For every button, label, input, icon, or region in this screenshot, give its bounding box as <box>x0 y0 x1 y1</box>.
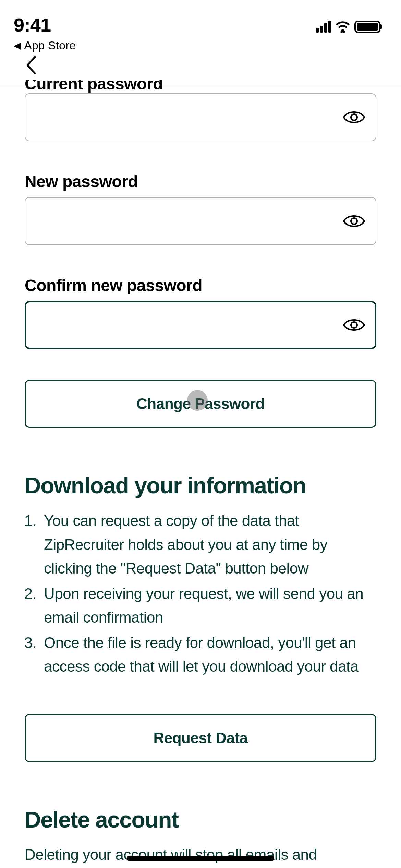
wifi-icon <box>335 21 350 33</box>
chevron-left-icon <box>25 55 38 75</box>
home-indicator[interactable] <box>127 856 274 861</box>
battery-icon <box>354 21 380 33</box>
status-time: 9:41 <box>14 14 76 36</box>
svg-point-2 <box>351 218 357 224</box>
confirm-password-input[interactable] <box>25 301 376 349</box>
svg-point-1 <box>351 114 357 120</box>
download-info-heading: Download your information <box>25 472 376 498</box>
list-item: Once the file is ready for download, you… <box>40 631 376 678</box>
current-password-label: Current password <box>25 80 376 93</box>
eye-icon <box>342 213 366 230</box>
touch-indicator <box>187 390 208 411</box>
confirm-password-label: Confirm new password <box>25 276 376 295</box>
download-info-list: You can request a copy of the data that … <box>25 509 376 678</box>
eye-icon <box>342 109 366 126</box>
cellular-signal-icon <box>316 21 331 33</box>
eye-icon <box>342 316 366 334</box>
list-item: You can request a copy of the data that … <box>40 509 376 580</box>
current-password-input[interactable] <box>25 93 376 141</box>
return-app-label: App Store <box>24 39 76 52</box>
delete-account-heading: Delete account <box>25 807 376 833</box>
toggle-visibility-current[interactable] <box>342 109 366 126</box>
svg-point-3 <box>351 322 357 328</box>
status-bar: 9:41 ◀ App Store <box>0 0 401 34</box>
return-to-app-link[interactable]: ◀ App Store <box>14 39 76 52</box>
delete-account-description: Deleting your account will stop all emai… <box>25 843 376 866</box>
toggle-visibility-new[interactable] <box>342 213 366 230</box>
new-password-input[interactable] <box>25 197 376 245</box>
toggle-visibility-confirm[interactable] <box>342 316 366 334</box>
list-item: Upon receiving your request, we will sen… <box>40 582 376 629</box>
caret-left-icon: ◀ <box>14 40 21 51</box>
request-data-button[interactable]: Request Data <box>25 714 376 762</box>
new-password-label: New password <box>25 172 376 191</box>
svg-point-0 <box>341 29 344 32</box>
